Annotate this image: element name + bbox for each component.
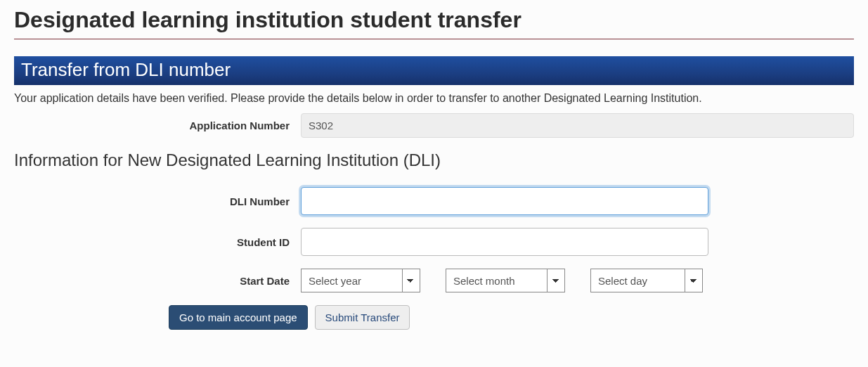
start-date-month-select[interactable]: Select month — [446, 269, 565, 292]
label-student-id: Student ID — [14, 236, 301, 248]
label-application-number: Application Number — [14, 120, 301, 131]
go-to-main-account-button[interactable]: Go to main account page — [169, 305, 308, 330]
student-id-input[interactable] — [301, 228, 708, 256]
dli-number-input[interactable] — [301, 187, 708, 215]
label-dli-number: DLI Number — [14, 195, 301, 207]
start-date-selects: Select year Select month Select day — [301, 269, 703, 292]
start-date-day-select[interactable]: Select day — [590, 269, 703, 292]
row-start-date: Start Date Select year Select month Sele… — [14, 269, 854, 292]
subsection-new-dli-heading: Information for New Designated Learning … — [14, 150, 854, 170]
start-date-year-select[interactable]: Select year — [301, 269, 420, 292]
page-title: Designated learning institution student … — [14, 7, 854, 39]
label-start-date: Start Date — [14, 275, 301, 287]
row-application-number: Application Number S302 — [14, 113, 854, 138]
instruction-text: Your application details have been verif… — [14, 92, 854, 105]
row-student-id: Student ID — [14, 228, 854, 256]
application-number-value: S302 — [301, 113, 854, 138]
button-row: Go to main account page Submit Transfer — [169, 305, 854, 330]
submit-transfer-button[interactable]: Submit Transfer — [315, 305, 410, 330]
row-dli-number: DLI Number — [14, 187, 854, 215]
section-header-transfer-from: Transfer from DLI number — [14, 56, 854, 85]
